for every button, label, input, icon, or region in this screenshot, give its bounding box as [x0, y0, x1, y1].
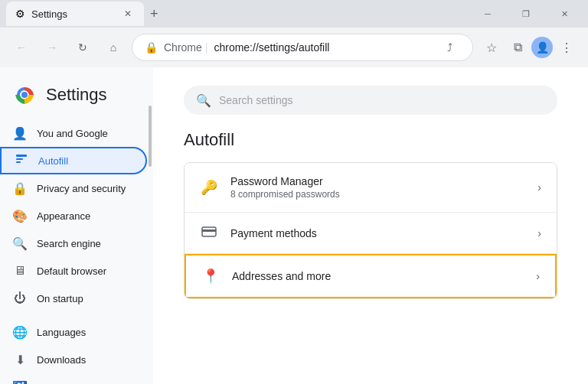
- addresses-chevron: ›: [536, 270, 540, 282]
- payment-methods-content: Payment methods: [230, 227, 525, 239]
- forward-button[interactable]: →: [40, 35, 64, 60]
- downloads-icon: ⬇: [12, 353, 28, 367]
- svg-point-3: [21, 92, 28, 98]
- svg-rect-8: [202, 229, 216, 232]
- privacy-icon: 🔒: [12, 181, 28, 196]
- location-pin-icon: 📍: [201, 268, 220, 285]
- svg-rect-4: [16, 155, 27, 157]
- autofill-icon: [14, 153, 29, 168]
- sidebar-scrollbar: [149, 67, 152, 384]
- appearance-icon: 🎨: [12, 209, 28, 223]
- sidebar-item-downloads[interactable]: ⬇ Downloads: [0, 346, 147, 373]
- addresses-row[interactable]: 📍 Addresses and more ›: [185, 254, 557, 298]
- menu-button[interactable]: ⋮: [554, 35, 579, 60]
- title-bar: ⚙ Settings ✕ + ─ ❐ ✕: [0, 0, 588, 28]
- sidebar-item-search-engine[interactable]: 🔍 Search engine: [0, 229, 147, 257]
- password-manager-content: Password Manager 8 compromised passwords: [230, 175, 525, 200]
- languages-icon: 🌐: [12, 325, 28, 340]
- sidebar-item-default-browser[interactable]: 🖥 Default browser: [0, 257, 147, 285]
- search-container[interactable]: 🔍 Search settings: [184, 86, 557, 115]
- password-manager-chevron: ›: [537, 181, 541, 194]
- home-button[interactable]: ⌂: [101, 35, 126, 60]
- sidebar-item-you-and-google[interactable]: 👤 You and Google: [0, 119, 147, 147]
- restore-button[interactable]: ❐: [508, 0, 544, 28]
- addresses-content: Addresses and more: [232, 270, 524, 282]
- sidebar-label-browser: Default browser: [37, 265, 106, 277]
- sidebar-label-accessibility: Accessibility: [37, 382, 91, 385]
- sidebar-label-appearance: Appearance: [37, 210, 90, 222]
- sidebar-label-search: Search engine: [37, 238, 101, 249]
- omnibox[interactable]: 🔒 Chrome | chrome://settings/autofill ⤴: [132, 34, 473, 61]
- omnibox-actions: ⤴: [439, 37, 460, 58]
- new-tab-button[interactable]: +: [144, 3, 165, 25]
- browser-icon: 🖥: [12, 264, 28, 278]
- payment-methods-chevron: ›: [537, 227, 541, 239]
- search-icon: 🔍: [196, 93, 211, 108]
- sidebar-label-privacy: Privacy and security: [37, 183, 126, 194]
- bookmark-button[interactable]: ☆: [479, 35, 504, 60]
- close-button[interactable]: ✕: [547, 0, 582, 28]
- sidebar-label-downloads: Downloads: [37, 354, 86, 366]
- sidebar: Settings 👤 You and Google Autofill 🔒 Pri…: [0, 67, 153, 384]
- password-manager-row[interactable]: 🔑 Password Manager 8 compromised passwor…: [185, 163, 557, 213]
- share-button[interactable]: ⤴: [439, 37, 460, 58]
- tab-title: Settings: [31, 8, 115, 20]
- sidebar-header: Settings: [0, 73, 153, 119]
- reload-button[interactable]: ↻: [70, 35, 95, 60]
- payment-methods-row[interactable]: Payment methods ›: [185, 213, 557, 254]
- sidebar-scroll-thumb: [149, 106, 152, 167]
- sidebar-label-autofill: Autofill: [38, 155, 68, 167]
- settings-tab-icon: ⚙: [15, 8, 25, 20]
- site-name: Chrome: [164, 41, 202, 54]
- search-placeholder: Search settings: [219, 94, 293, 106]
- sidebar-item-privacy-and-security[interactable]: 🔒 Privacy and security: [0, 174, 147, 202]
- settings-title: Settings: [46, 85, 107, 105]
- credit-card-icon: [200, 225, 218, 241]
- lock-icon: 🔒: [145, 41, 158, 54]
- minimize-button[interactable]: ─: [470, 0, 505, 28]
- url-text: chrome://settings/autofill: [214, 41, 329, 54]
- main-area: Settings 👤 You and Google Autofill 🔒 Pri…: [0, 67, 588, 384]
- payment-methods-title: Payment methods: [230, 227, 525, 239]
- url-separator: |: [205, 41, 208, 54]
- extensions-button[interactable]: ⧉: [505, 35, 530, 60]
- sidebar-item-appearance[interactable]: 🎨 Appearance: [0, 202, 147, 229]
- tab-close-button[interactable]: ✕: [121, 7, 135, 21]
- toolbar-actions: ☆ ⧉ 👤 ⋮: [479, 35, 579, 60]
- tab-bar: ⚙ Settings ✕ +: [6, 0, 464, 28]
- svg-rect-5: [16, 158, 23, 160]
- chrome-logo: [12, 83, 37, 107]
- site-info: Chrome |: [164, 41, 207, 54]
- sidebar-item-languages[interactable]: 🌐 Languages: [0, 318, 147, 346]
- key-icon: 🔑: [200, 179, 218, 196]
- sidebar-label-you-and-google: You and Google: [37, 128, 108, 139]
- startup-icon: ⏻: [12, 291, 28, 305]
- accessibility-icon: ♿: [12, 380, 28, 385]
- autofill-settings-card: 🔑 Password Manager 8 compromised passwor…: [184, 162, 557, 299]
- sidebar-label-languages: Languages: [37, 327, 86, 338]
- sidebar-item-on-startup[interactable]: ⏻ On startup: [0, 285, 147, 312]
- sidebar-label-startup: On startup: [37, 293, 83, 304]
- search-engine-icon: 🔍: [12, 236, 28, 251]
- sidebar-item-autofill[interactable]: Autofill: [0, 147, 147, 174]
- active-tab[interactable]: ⚙ Settings ✕: [6, 2, 144, 26]
- svg-rect-6: [16, 161, 21, 163]
- addresses-title: Addresses and more: [232, 270, 524, 282]
- profile-avatar[interactable]: 👤: [531, 37, 553, 58]
- address-bar: ← → ↻ ⌂ 🔒 Chrome | chrome://settings/aut…: [0, 28, 588, 67]
- sidebar-item-accessibility[interactable]: ♿ Accessibility: [0, 373, 147, 384]
- section-title: Autofill: [184, 130, 557, 150]
- password-manager-title: Password Manager: [230, 175, 525, 187]
- back-button[interactable]: ←: [9, 35, 34, 60]
- content-area: 🔍 Search settings Autofill 🔑 Password Ma…: [153, 67, 588, 384]
- password-manager-subtitle: 8 compromised passwords: [230, 189, 525, 200]
- search-container-wrap: 🔍 Search settings: [184, 86, 557, 115]
- window-controls: ─ ❐ ✕: [470, 0, 582, 28]
- person-icon: 👤: [12, 126, 28, 141]
